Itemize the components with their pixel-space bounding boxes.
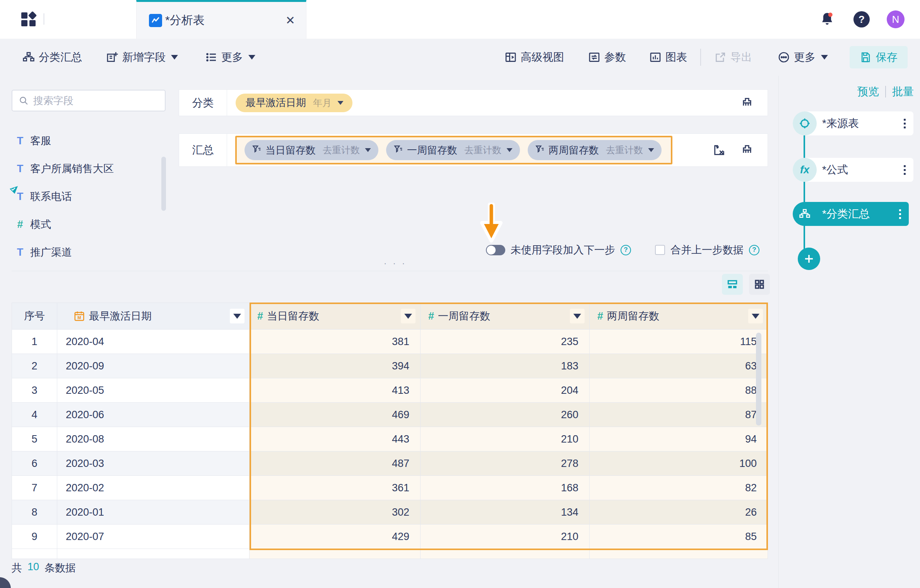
column-header: #两周留存数 — [590, 303, 768, 330]
summary-field-chip[interactable]: 一周留存数去重计数 — [386, 140, 520, 160]
save-button[interactable]: 保存 — [850, 46, 908, 68]
tab-close-icon[interactable]: ✕ — [286, 15, 295, 26]
field-item[interactable]: #模式 — [12, 210, 166, 238]
more-left-button[interactable]: 更多 — [205, 50, 255, 65]
text-field-icon: T — [12, 135, 29, 147]
advanced-view-label: 高级视图 — [521, 50, 564, 65]
tab-analysis-sheet[interactable]: *分析表 ✕ — [136, 0, 306, 39]
more-right-button[interactable]: 更多 — [778, 50, 828, 65]
target-icon — [793, 111, 817, 135]
merge-previous-checkbox[interactable] — [655, 245, 665, 255]
sidebar-scrollbar[interactable] — [161, 157, 166, 211]
summary-row: 汇总 当日留存数去重计数一周留存数去重计数两周留存数去重计数 — [179, 133, 768, 167]
table-row: 62020-03487278100 — [12, 451, 768, 476]
help-icon[interactable]: ? — [853, 11, 870, 27]
value-cell: 469 — [250, 403, 421, 427]
unused-fields-toggle[interactable] — [486, 245, 505, 255]
grid-view-toggle[interactable] — [749, 274, 770, 295]
kebab-menu-icon[interactable] — [904, 119, 906, 128]
params-button[interactable]: 参数 — [588, 50, 626, 65]
field-label: 模式 — [30, 217, 51, 231]
date-cell: 2020-07 — [57, 525, 250, 549]
notification-bell-icon[interactable] — [819, 11, 836, 28]
checkbox-help-icon[interactable]: ? — [749, 245, 759, 255]
kebab-menu-icon[interactable] — [904, 165, 906, 175]
chevron-down-icon — [171, 55, 178, 60]
field-search[interactable] — [12, 90, 166, 111]
column-dropdown-button[interactable] — [401, 309, 416, 323]
category-field-chip[interactable]: 最早激活日期 年月 — [236, 94, 352, 112]
number-field-icon: # — [597, 310, 603, 322]
filter-funnel-icon — [251, 144, 262, 156]
row-view-toggle[interactable] — [722, 274, 743, 295]
table-scrollbar[interactable] — [756, 333, 761, 426]
panel-resize-handle[interactable]: · · · — [384, 258, 407, 268]
user-avatar[interactable]: N — [887, 10, 905, 28]
view-toggle-group — [722, 274, 770, 295]
value-cell: 210 — [421, 525, 590, 549]
value-cell: 26 — [590, 500, 768, 525]
clipped-cell — [250, 549, 421, 559]
app-logo-icon[interactable] — [21, 12, 35, 26]
filter-funnel-icon — [535, 144, 545, 156]
field-item[interactable]: T客户所属销售大区 — [12, 155, 166, 183]
clipped-cell — [12, 549, 57, 559]
field-selected-flag-icon — [9, 186, 19, 197]
search-icon — [19, 96, 29, 106]
summary-highlight-box: 当日留存数去重计数一周留存数去重计数两周留存数去重计数 — [235, 136, 672, 164]
column-header: #一周留存数 — [421, 303, 590, 330]
analysis-sheet-icon — [149, 14, 162, 27]
flow-node[interactable]: fx*公式 — [793, 158, 913, 182]
date-cell: 2020-03 — [57, 451, 250, 476]
field-item[interactable]: T客服 — [12, 127, 166, 155]
field-label: 客户所属销售大区 — [30, 162, 114, 176]
summary-field-chip[interactable]: 两周留存数去重计数 — [528, 140, 662, 160]
text-field-icon: T — [12, 163, 29, 175]
kebab-menu-icon[interactable] — [899, 209, 901, 219]
calendar-icon: M — [74, 310, 85, 322]
search-input[interactable] — [33, 95, 149, 107]
cancel-summary-icon[interactable] — [713, 144, 726, 157]
clear-category-broom-icon[interactable] — [740, 96, 754, 109]
row-separator — [227, 90, 227, 116]
category-row: 分类 最早激活日期 年月 — [179, 89, 768, 116]
add-field-button[interactable]: 新增字段 — [106, 50, 178, 65]
column-dropdown-button[interactable] — [748, 309, 763, 323]
groupby-button[interactable]: 分类汇总 — [22, 50, 82, 65]
export-button[interactable]: 导出 — [714, 50, 752, 65]
summary-field-chip[interactable]: 当日留存数去重计数 — [245, 140, 378, 160]
summary-agg-label: 去重计数 — [464, 144, 501, 156]
row-index-cell: 9 — [12, 525, 57, 549]
table-row: 12020-04381235115 — [12, 330, 768, 354]
clear-summary-broom-icon[interactable] — [740, 144, 754, 157]
top-header: *分析表 ✕ ? N — [0, 0, 920, 39]
flow-node[interactable]: *分类汇总 — [793, 202, 909, 226]
chart-label: 图表 — [665, 50, 687, 65]
add-step-button[interactable] — [798, 248, 820, 270]
column-header-label: 最早激活日期 — [89, 309, 152, 323]
value-cell: 115 — [590, 330, 768, 354]
column-header: 序号 — [12, 303, 57, 330]
flow-node-label: *来源表 — [822, 116, 859, 131]
flow-node[interactable]: *来源表 — [793, 111, 913, 135]
value-cell: 168 — [421, 476, 590, 500]
corner-widget[interactable] — [0, 577, 11, 588]
field-label: 联系电话 — [30, 190, 72, 203]
batch-link[interactable]: 批量 — [892, 84, 914, 99]
field-item[interactable]: T推广渠道 — [12, 238, 166, 266]
row-index-cell: 8 — [12, 500, 57, 525]
filter-funnel-icon — [393, 144, 403, 156]
table-header: 序号M最早激活日期#当日留存数#一周留存数#两周留存数 — [12, 303, 768, 330]
field-item[interactable]: T联系电话 — [12, 183, 166, 210]
category-row-label: 分类 — [179, 96, 227, 110]
chart-button[interactable]: 图表 — [649, 50, 687, 65]
advanced-view-button[interactable]: 高级视图 — [504, 50, 564, 65]
column-dropdown-button[interactable] — [570, 309, 585, 323]
table-row-partial — [12, 549, 768, 559]
value-cell: 85 — [590, 525, 768, 549]
toggle-help-icon[interactable]: ? — [621, 245, 631, 255]
number-field-icon: # — [257, 310, 263, 322]
column-dropdown-button[interactable] — [230, 309, 245, 323]
index-column-label: 序号 — [24, 309, 45, 323]
preview-link[interactable]: 预览 — [857, 84, 879, 99]
